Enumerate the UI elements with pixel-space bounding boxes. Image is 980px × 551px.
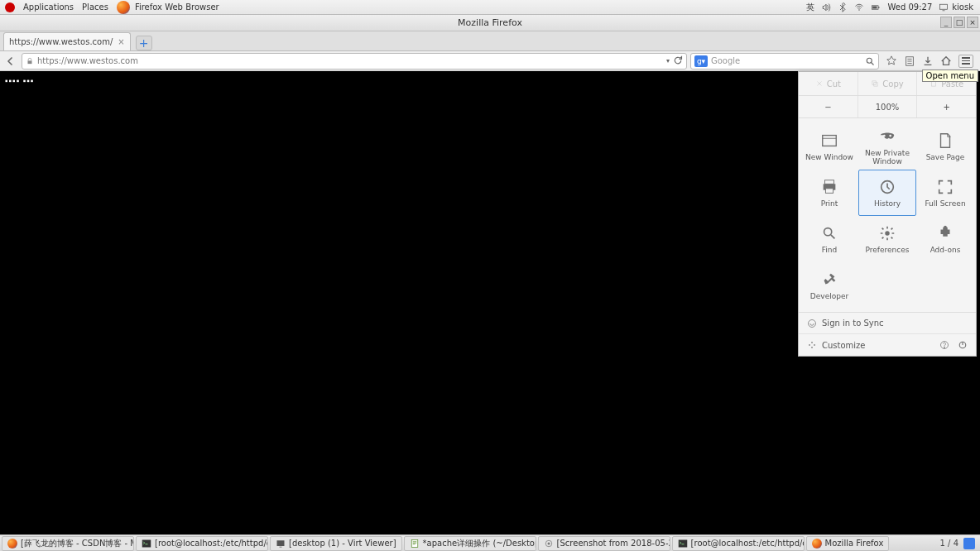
copy-button: Copy [858,72,918,95]
cut-button: Cut [799,72,858,95]
applications-menu[interactable]: Applications [23,2,74,12]
system-tray: 英 Wed 09:27 kiosk [806,2,980,13]
search-bar[interactable]: g▾ Google [690,53,879,69]
window-titlebar: Mozilla Firefox _ □ × [0,15,980,31]
show-desktop-icon[interactable] [963,538,975,549]
user-label: kiosk [952,2,973,12]
terminal-icon [142,539,151,549]
zoom-level-label[interactable]: 100% [858,96,918,117]
bookmark-star-icon[interactable] [886,55,897,67]
image-viewer-icon [544,539,554,549]
tab-title: https://www.westos.com/ [9,37,113,46]
new-window-button[interactable]: New Window [800,123,858,170]
tab-close-button[interactable]: × [118,37,124,46]
search-placeholder: Google [711,56,740,65]
svg-point-31 [547,542,550,544]
workspace-indicator[interactable]: 1 / 4 [940,539,958,548]
page-viewport: ▪▪▪▪ ▪▪▪ Cut Copy Paste − 100% + New Win… [0,71,980,538]
find-button[interactable]: Find [800,216,858,262]
home-icon[interactable] [940,55,952,67]
taskbar-item[interactable]: *apache详细操作 (~/Desktop/... [404,536,536,551]
new-tab-button[interactable]: + [136,36,152,50]
svg-rect-4 [940,4,948,9]
search-engine-icon[interactable]: g▾ [694,55,708,67]
browser-tab[interactable]: https://www.westos.com/ × [3,32,131,50]
svg-point-6 [867,58,872,63]
zoom-in-button[interactable]: + [917,96,976,117]
places-menu[interactable]: Places [82,2,108,12]
svg-point-21 [944,226,947,229]
svg-rect-3 [873,6,877,8]
svg-point-22 [809,319,816,327]
ime-indicator[interactable]: 英 [806,2,814,13]
svg-rect-28 [280,546,282,547]
taskbar-item[interactable]: [root@localhost:/etc/httpd/con... [136,536,268,551]
reload-button[interactable] [673,55,683,67]
nav-bar: https://www.westos.com ▾ g▾ Google Open … [0,51,980,71]
firefox-icon [7,539,17,549]
taskbar-item[interactable]: [desktop (1) - Virt Viewer] [270,536,402,551]
svg-point-14 [889,134,891,137]
back-button[interactable] [3,54,18,69]
svg-point-19 [824,228,832,235]
url-history-dropdown[interactable]: ▾ [666,57,670,65]
svg-point-13 [883,134,886,137]
svg-point-24 [944,347,944,347]
bookmarks-list-icon[interactable] [904,55,915,67]
svg-rect-29 [411,539,418,547]
svg-rect-17 [825,189,833,194]
firefox-icon [117,1,130,14]
gnome-logo-icon [5,2,15,12]
addons-button[interactable]: Add-ons [916,216,974,262]
taskbar-item[interactable]: Mozilla Firefox [806,536,890,551]
window-title: Mozilla Firefox [458,17,522,28]
svg-rect-2 [878,7,880,8]
svg-rect-12 [823,135,837,146]
history-button[interactable]: History [858,170,916,216]
taskbar-item[interactable]: [root@localhost:/etc/httpd/con... [672,536,805,551]
terminal-icon [678,539,688,549]
hamburger-menu-panel: Cut Copy Paste − 100% + New Window New P… [798,71,977,357]
monitor-icon [939,2,949,12]
url-bar[interactable]: https://www.westos.com ▾ [22,53,687,69]
svg-rect-15 [825,180,834,184]
developer-button[interactable]: Developer [800,262,858,309]
virt-viewer-icon [276,539,286,549]
sign-in-sync-button[interactable]: Sign in to Sync [799,313,976,334]
tab-strip: https://www.westos.com/ × + [0,31,980,51]
taskbar-item[interactable]: [Screenshot from 2018-05-27 ... [538,536,670,551]
volume-icon[interactable] [821,2,831,12]
url-text: https://www.westos.com [37,56,138,65]
zoom-out-button[interactable]: − [799,96,858,117]
firefox-icon [812,539,822,549]
svg-point-20 [885,231,890,236]
active-app-label: Firefox Web Browser [135,2,219,12]
svg-rect-5 [28,60,32,64]
print-button[interactable]: Print [800,170,858,216]
quit-icon[interactable] [958,340,968,350]
battery-icon[interactable] [871,2,881,12]
bluetooth-icon[interactable] [838,2,848,12]
help-icon[interactable] [939,340,949,350]
search-go-icon[interactable] [865,56,875,66]
gnome-top-bar: Applications Places Firefox Web Browser … [0,0,980,15]
window-minimize-button[interactable]: _ [940,17,952,28]
window-close-button[interactable]: × [967,17,978,28]
full-screen-button[interactable]: Full Screen [916,170,974,216]
clock[interactable]: Wed 09:27 [887,2,932,12]
preferences-button[interactable]: Preferences [858,216,916,262]
window-maximize-button[interactable]: □ [954,17,965,28]
page-corner-text: ▪▪▪▪ ▪▪▪ [5,76,34,85]
new-private-window-button[interactable]: New Private Window [858,123,916,170]
downloads-icon[interactable] [922,55,934,67]
user-menu[interactable]: kiosk [939,2,973,12]
svg-point-0 [859,9,861,11]
wifi-icon[interactable] [854,2,864,12]
menu-tooltip: Open menu [922,69,978,82]
menu-button[interactable] [958,55,973,68]
save-page-button[interactable]: Save Page [916,123,974,170]
customize-button[interactable]: Customize [799,334,976,356]
svg-rect-27 [277,540,285,546]
lock-icon [26,57,34,65]
taskbar-item[interactable]: [薛飞龙的博客 - CSDN博客 - Mo... [2,536,134,551]
